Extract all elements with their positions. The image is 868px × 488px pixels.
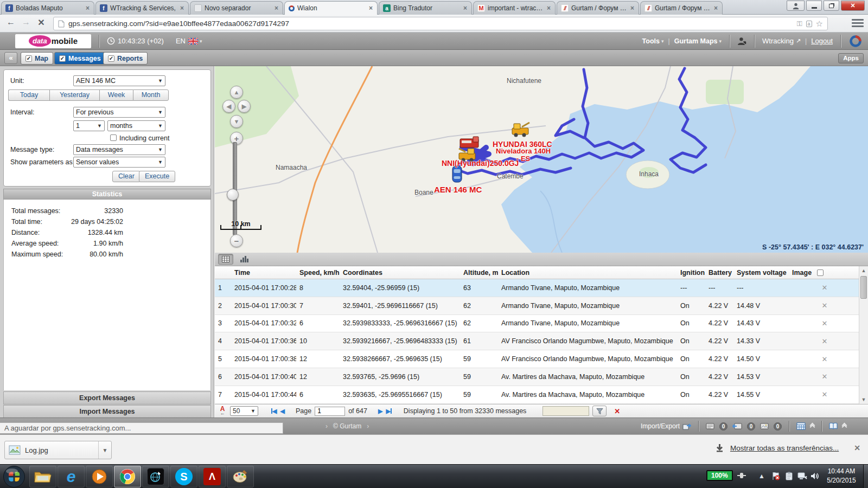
map-unit-label[interactable]: Niveladora 140H [496,147,551,155]
delete-message-icon[interactable]: ✕ [822,301,828,310]
export-messages-section[interactable]: Export Messages [3,391,211,404]
apps-button[interactable]: Apps [838,53,864,63]
calendar-panel-icon[interactable] [796,422,806,430]
filter-button[interactable] [592,406,607,416]
table-row[interactable]: 62015-04-01 17:00:401232.593765, -25.969… [215,368,859,386]
expand-up-icon[interactable] [810,423,814,429]
select-all-checkbox[interactable] [817,269,824,276]
browser-tab[interactable]: Novo separador× [190,1,283,15]
download-item[interactable]: Log.jpg ▼ [4,441,112,459]
table-view-button[interactable] [218,254,233,265]
taskbar-gps-app-button[interactable] [142,466,169,487]
map-unit-label[interactable]: AEN 146 MC [434,185,482,194]
tools-menu[interactable]: Tools [642,37,660,45]
header-cell[interactable]: Location [498,266,677,279]
tab-close-icon[interactable]: × [85,4,90,12]
tab-close-icon[interactable]: × [368,4,373,12]
language-caret-icon[interactable]: ▾ [200,38,202,44]
browser-tab[interactable]: fBoladas Maputo× [1,1,94,15]
tab-close-icon[interactable]: × [274,4,279,12]
tab-close-icon[interactable]: × [630,4,635,12]
checkbox-icon[interactable]: ✓ [59,55,66,62]
messages-export-icon[interactable] [732,423,742,429]
taskbar-chrome-button[interactable] [114,466,141,487]
tab-close-icon[interactable]: × [713,4,718,12]
show-params-select[interactable]: Sensor values▼ [73,157,165,168]
quick-button-today[interactable]: Today [8,89,49,101]
copyright-text[interactable]: © Gurtam [333,422,361,430]
zoom-slider-thumb[interactable] [227,189,239,201]
browser-tab[interactable]: fWTracking & Services,× [95,1,189,15]
browser-tab[interactable]: aBing Tradutor× [379,1,472,15]
table-scrollbar[interactable]: ▲ ▼ [859,266,868,404]
map[interactable]: ▲ ◀ ▶ ▼ + − 10 km NichafuteneNamaachaBoa… [215,66,868,253]
forward-button[interactable]: → [20,17,33,27]
table-row[interactable]: 42015-04-01 17:00:361032.5939216667, -25… [215,332,859,350]
export-page-icon[interactable]: A← [218,407,227,415]
clear-button[interactable]: Clear [112,171,141,182]
pan-up-button[interactable]: ▲ [230,86,243,99]
tray-expand-icon[interactable]: ▲ [758,472,765,480]
taskbar-skype-button[interactable]: S [170,466,197,487]
header-cell[interactable]: Image [789,266,814,279]
delete-message-icon[interactable]: ✕ [822,337,828,345]
taskbar-adobe-button[interactable]: Λ [199,466,226,487]
execute-button[interactable]: Execute [139,171,175,182]
scroll-up-icon[interactable]: ▲ [859,268,868,273]
back-button[interactable]: ← [4,17,17,27]
key-icon[interactable]: ⚿ [797,20,802,28]
pan-right-button[interactable]: ▶ [238,100,251,113]
table-filter-input[interactable] [542,406,589,416]
taskbar-ie-button[interactable]: e [58,466,85,487]
delete-message-icon[interactable]: ✕ [822,319,828,328]
unit-select[interactable]: AEN 146 MC▼ [73,75,165,86]
pan-down-button[interactable]: ▼ [230,115,243,128]
header-cell[interactable]: Altitude, m [460,266,498,279]
import-export-button[interactable]: Import/Export [641,422,691,430]
tab-map[interactable]: ✓Map [21,52,53,65]
downloads-close-icon[interactable]: ✕ [854,444,860,452]
log-book-icon[interactable] [829,422,838,430]
scrollbar-thumb[interactable] [860,276,867,299]
header-cell[interactable]: Ignition [677,266,705,279]
quick-button-yesterday[interactable]: Yesterday [49,89,99,101]
first-page-button[interactable]: ◀ [271,408,277,415]
zoom-out-button[interactable]: − [230,234,243,247]
uk-flag-icon[interactable] [188,38,198,44]
chart-view-button[interactable] [237,254,252,265]
table-row[interactable]: 32015-04-01 17:00:32632.5939833333, -25.… [215,315,859,333]
delete-message-icon[interactable]: ✕ [822,284,828,292]
account-link[interactable]: Wtracking [762,37,794,45]
bookmark-star-icon[interactable]: ☆ [816,19,823,29]
battery-indicator[interactable]: 100% [706,470,747,481]
page-input[interactable] [315,407,345,416]
browser-tab[interactable]: //Gurtam / Форум поль:× [640,1,723,15]
interval-count-select[interactable]: 1▼ [73,120,105,131]
table-row[interactable]: 12015-04-01 17:00:28832.59404, -25.96959… [215,279,859,297]
header-cell[interactable]: Battery [705,266,733,279]
download-file-name[interactable]: Log.jpg [25,446,48,454]
volume-tray-icon[interactable] [810,472,819,480]
delete-message-icon[interactable]: ✕ [822,373,828,381]
next-page-button[interactable]: ▶ [378,408,382,415]
restore-button[interactable] [824,1,839,11]
tab-close-icon[interactable]: × [463,4,468,12]
pan-left-button[interactable]: ◀ [222,100,235,113]
taskbar-clock[interactable]: 10:44 AM 5/20/2015 [821,467,861,485]
quick-button-week[interactable]: Week [99,89,133,101]
external-link-icon[interactable]: ↗ [796,37,801,44]
url-box[interactable]: gps.sensetracking.com/?sid=e9ae10bffee48… [53,17,828,30]
tab-close-icon[interactable]: × [180,4,184,12]
statistics-header[interactable]: Statistics [3,189,211,200]
page-size-select[interactable]: 50▼ [230,406,258,416]
browser-tab[interactable]: Mimportant - wtrackings× [473,1,556,15]
tab-reports[interactable]: ✓Reports [103,52,148,65]
notes-icon[interactable] [706,423,714,429]
gurtam-maps-menu[interactable]: Gurtam Maps [674,37,718,45]
quick-button-month[interactable]: Month [133,89,169,101]
action-center-flag-icon[interactable] [771,472,780,480]
taskbar-paint-button[interactable] [227,466,254,487]
delete-message-icon[interactable]: ✕ [822,390,828,399]
interval-select[interactable]: For previous▼ [73,107,165,118]
map-unit-label[interactable]: NNI(Hyundai)250.0GJ [442,159,519,168]
